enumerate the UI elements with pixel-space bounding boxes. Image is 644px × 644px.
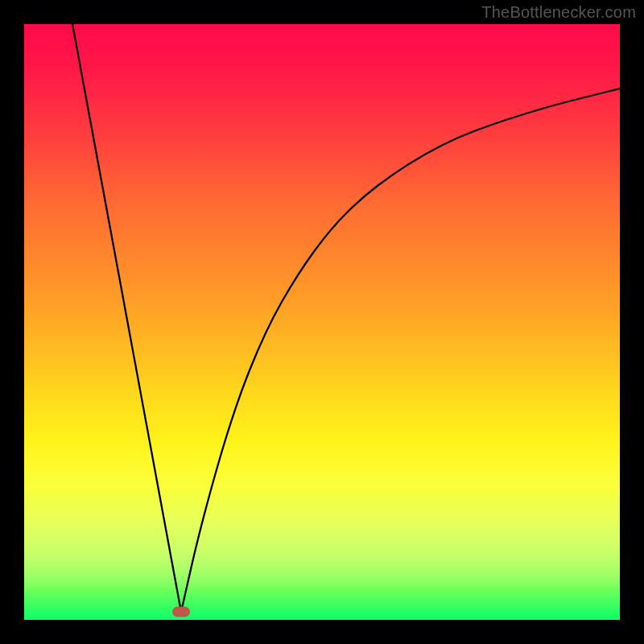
chart-frame: TheBottlenecker.com [0,0,644,644]
watermark-text: TheBottlenecker.com [481,3,636,22]
right-branch-path [181,89,620,612]
vertex-marker [172,607,190,617]
plot-area [24,24,620,620]
left-branch-path [72,24,181,612]
curve-svg [24,24,620,620]
